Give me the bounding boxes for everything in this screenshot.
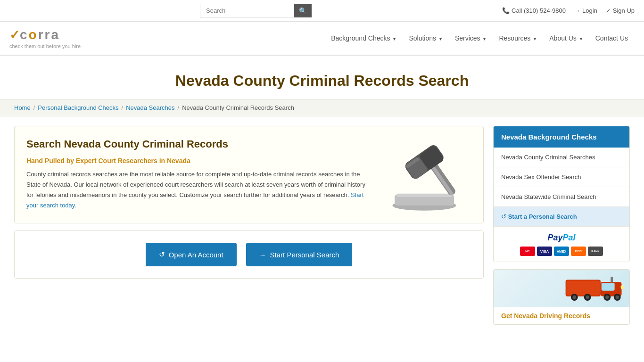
sidebar-item-county-criminal-label: Nevada County Criminal Searches xyxy=(501,154,595,161)
signup-label: Sign Up xyxy=(613,7,635,14)
start-personal-search-label: Start Personal Search xyxy=(270,251,339,259)
sidebar-header: Nevada Background Checks xyxy=(494,126,629,148)
call-link[interactable]: 📞 Call (310) 524-9800 xyxy=(502,7,566,14)
paypal-logo: PayPal MC VISA AMEX DISC BANK xyxy=(520,233,603,256)
page-title: Nevada County Criminal Records Search xyxy=(9,72,635,90)
sidebar-item-personal-search[interactable]: ↺ Start a Personal Search xyxy=(494,207,629,227)
bank-icon: BANK xyxy=(588,247,603,256)
svg-point-17 xyxy=(586,296,589,299)
svg-rect-23 xyxy=(621,286,624,289)
svg-rect-12 xyxy=(602,283,615,291)
content-body: County criminal records searches are the… xyxy=(26,169,368,211)
top-links: 📞 Call (310) 524-9800 → Login ✓ Sign Up xyxy=(502,7,635,14)
call-label: Call (310) 524-9800 xyxy=(512,7,566,14)
nav-item-resources: Resources ▾ xyxy=(492,23,543,53)
top-bar: 🔍 📞 Call (310) 524-9800 → Login ✓ Sign U… xyxy=(0,0,644,22)
nav-item-background-checks: Background Checks ▾ xyxy=(324,23,402,53)
gavel-svg xyxy=(382,138,467,214)
svg-rect-2 xyxy=(397,194,452,197)
content-body-text: County criminal records searches are the… xyxy=(26,171,365,198)
sidebar-item-sex-offender-label: Nevada Sex Offender Search xyxy=(501,173,581,181)
sidebar-item-statewide-label: Nevada Statewide Criminal Search xyxy=(501,193,596,200)
search-wrapper: 🔍 xyxy=(200,4,312,17)
nav-link-contact[interactable]: Contact Us xyxy=(589,23,635,53)
logo-check-mark: ✓ xyxy=(9,28,20,42)
sidebar-item-sex-offender[interactable]: Nevada Sex Offender Search xyxy=(494,167,629,187)
nav-link-solutions[interactable]: Solutions ▾ xyxy=(402,23,448,53)
nav-label-solutions: Solutions xyxy=(409,34,436,42)
svg-rect-22 xyxy=(611,277,613,283)
start-search-icon: → xyxy=(259,251,266,259)
nav-link-resources[interactable]: Resources ▾ xyxy=(492,23,543,53)
nav-item-services: Services ▾ xyxy=(448,23,493,53)
signup-check-icon: ✓ xyxy=(606,7,611,14)
dropdown-caret-background-checks: ▾ xyxy=(393,36,396,41)
logo: ✓ corra check them out before you hire xyxy=(9,27,81,49)
start-personal-search-button[interactable]: → Start Personal Search xyxy=(246,243,353,266)
open-account-button[interactable]: ↺ Open An Account xyxy=(146,243,237,266)
content-card: Search Nevada County Criminal Records Ha… xyxy=(14,126,484,223)
nav-label-about: About Us xyxy=(549,34,577,42)
nav-label-services: Services xyxy=(455,34,480,42)
login-label: Login xyxy=(582,7,597,14)
nav-link-background-checks[interactable]: Background Checks ▾ xyxy=(324,23,402,53)
phone-icon: 📞 xyxy=(502,7,510,14)
sidebar-item-personal-search-label: Start a Personal Search xyxy=(508,213,577,220)
driving-card-title: Get Nevada Driving Records xyxy=(494,307,629,324)
card-icons: MC VISA AMEX DISC BANK xyxy=(520,247,603,256)
driving-img-area xyxy=(494,270,629,307)
gavel-image xyxy=(377,138,471,214)
breadcrumb-sep-2: / xyxy=(122,104,124,111)
breadcrumb-nevada[interactable]: Nevada Searches xyxy=(126,104,174,111)
visa-icon: VISA xyxy=(537,247,552,256)
svg-rect-10 xyxy=(567,280,600,296)
nav-link-services[interactable]: Services ▾ xyxy=(448,23,493,53)
paypal-section: PayPal MC VISA AMEX DISC BANK xyxy=(494,227,629,262)
logo-text: corra xyxy=(20,27,60,42)
nav-link-about[interactable]: About Us ▾ xyxy=(543,23,588,53)
login-arrow-icon: → xyxy=(574,7,580,14)
sidebar-personal-search-icon: ↺ xyxy=(501,213,508,220)
breadcrumb-sep-3: / xyxy=(178,104,180,111)
logo-link[interactable]: ✓ corra check them out before you hire xyxy=(9,22,90,55)
discover-icon: DISC xyxy=(571,247,586,256)
sidebar-column: Nevada Background Checks Nevada County C… xyxy=(493,126,630,325)
content-text: Search Nevada County Criminal Records Ha… xyxy=(26,138,368,211)
nav-label-resources: Resources xyxy=(499,34,530,42)
paypal-text: PayPal xyxy=(547,233,575,243)
svg-point-21 xyxy=(616,296,619,299)
truck-svg xyxy=(563,272,625,305)
content-subheading: Hand Pulled by Expert Court Researchers … xyxy=(26,157,368,165)
sidebar-item-county-criminal[interactable]: Nevada County Criminal Searches xyxy=(494,148,629,167)
breadcrumb-home[interactable]: Home xyxy=(14,104,31,111)
search-input[interactable] xyxy=(200,4,294,17)
sidebar-nevada-checks: Nevada Background Checks Nevada County C… xyxy=(493,126,630,262)
sidebar-item-statewide[interactable]: Nevada Statewide Criminal Search xyxy=(494,187,629,207)
signup-link[interactable]: ✓ Sign Up xyxy=(606,7,635,14)
action-card: ↺ Open An Account → Start Personal Searc… xyxy=(14,230,484,279)
nav-item-solutions: Solutions ▾ xyxy=(402,23,448,53)
svg-point-15 xyxy=(573,296,576,299)
login-link[interactable]: → Login xyxy=(574,7,597,14)
svg-rect-13 xyxy=(615,283,621,291)
breadcrumb: Home / Personal Background Checks / Neva… xyxy=(0,99,644,116)
svg-point-19 xyxy=(605,296,609,299)
dropdown-caret-services: ▾ xyxy=(483,36,486,41)
nav-menu: Background Checks ▾ Solutions ▾ Services… xyxy=(324,23,635,53)
nav-item-about: About Us ▾ xyxy=(543,23,588,53)
main-content: Search Nevada County Criminal Records Ha… xyxy=(0,116,644,334)
breadcrumb-current: Nevada County Criminal Records Search xyxy=(182,104,294,111)
amex-icon: AMEX xyxy=(554,247,569,256)
svg-rect-4 xyxy=(430,164,454,196)
dropdown-caret-resources: ▾ xyxy=(534,36,536,41)
open-account-label: Open An Account xyxy=(169,251,223,259)
breadcrumb-personal[interactable]: Personal Background Checks xyxy=(38,104,118,111)
logo-tagline: check them out before you hire xyxy=(9,43,81,49)
breadcrumb-sep-1: / xyxy=(33,104,35,111)
content-heading: Search Nevada County Criminal Records xyxy=(26,138,368,150)
open-account-icon: ↺ xyxy=(159,250,165,259)
search-button[interactable]: 🔍 xyxy=(294,4,312,17)
dropdown-caret-solutions: ▾ xyxy=(439,36,442,41)
driving-records-card: Get Nevada Driving Records xyxy=(493,269,630,325)
nav-label-contact: Contact Us xyxy=(595,34,628,42)
